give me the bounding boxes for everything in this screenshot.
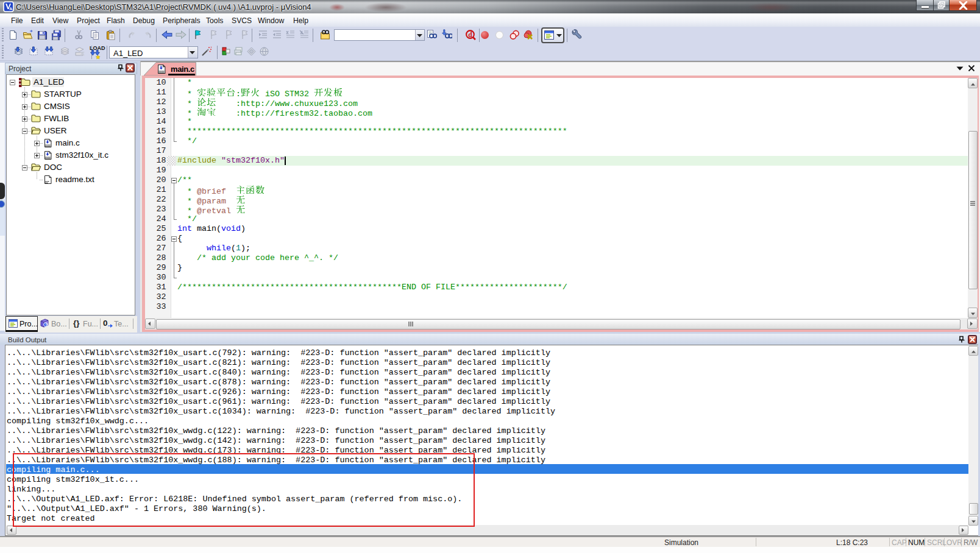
svg-text:d: d <box>468 31 472 39</box>
svg-text:?: ? <box>45 323 48 327</box>
